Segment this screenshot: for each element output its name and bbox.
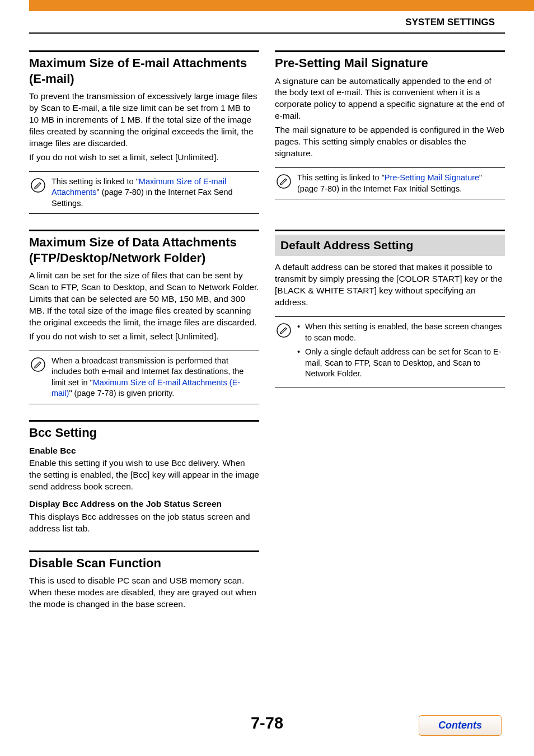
section-disable-scan: Disable Scan Function This is used to di…	[29, 550, 259, 610]
pencil-circle-icon	[276, 323, 292, 338]
note-text: When a broadcast transmission is perform…	[51, 356, 257, 399]
right-column: Pre-Setting Mail Signature A signature c…	[275, 50, 505, 626]
body-text: The mail signature to be appended is con…	[275, 124, 505, 160]
note-box: When this setting is enabled, the base s…	[275, 316, 505, 388]
note-text-b: " (page 7-78) is given priority.	[69, 389, 174, 398]
section-presetting-signature: Pre-Setting Mail Signature A signature c…	[275, 50, 505, 199]
section-bcc: Bcc Setting Enable Bcc Enable this setti…	[29, 420, 259, 535]
note-text-a: This setting is linked to "	[51, 177, 139, 186]
section-max-data: Maximum Size of Data Attachments (FTP/De…	[29, 230, 259, 404]
section-rule	[29, 50, 259, 52]
section-rule	[275, 50, 505, 52]
note-box: When a broadcast transmission is perform…	[29, 351, 259, 404]
heading-max-email: Maximum Size of E-mail Attachments (E-ma…	[29, 55, 259, 86]
heading-bcc: Bcc Setting	[29, 425, 259, 441]
list-item: When this setting is enabled, the base s…	[297, 321, 503, 343]
section-rule	[29, 230, 259, 231]
note-box: This setting is linked to "Maximum Size …	[29, 171, 259, 214]
body-text: A signature can be automatically appende…	[275, 76, 505, 123]
section-default-address: Default Address Setting A default addres…	[275, 230, 505, 388]
body-text: Enable this setting if you wish to use B…	[29, 458, 259, 493]
pencil-circle-icon	[30, 178, 46, 193]
note-text-a: This setting is linked to "	[297, 173, 385, 182]
pencil-circle-icon	[276, 174, 292, 189]
svg-point-1	[31, 358, 45, 371]
header-rule	[29, 32, 505, 34]
note-text: This setting is linked to "Pre-Setting M…	[297, 172, 503, 194]
svg-point-3	[277, 324, 291, 337]
body-text: If you do not wish to set a limit, selec…	[29, 152, 259, 164]
body-text: This is used to disable PC scan and USB …	[29, 575, 259, 610]
svg-point-0	[31, 179, 45, 192]
heading-default-address: Default Address Setting	[275, 235, 505, 256]
subheading-enable-bcc: Enable Bcc	[29, 445, 259, 457]
contents-button[interactable]: Contents	[419, 715, 502, 736]
content-columns: Maximum Size of E-mail Attachments (E-ma…	[0, 50, 534, 626]
section-rule	[275, 230, 505, 231]
body-text: A limit can be set for the size of files…	[29, 270, 259, 329]
section-rule	[29, 550, 259, 552]
heading-max-data: Maximum Size of Data Attachments (FTP/De…	[29, 235, 259, 265]
svg-point-2	[277, 175, 291, 188]
list-item: Only a single default address can be set…	[297, 347, 503, 380]
section-rule	[29, 420, 259, 422]
pencil-circle-icon	[30, 357, 46, 372]
header-title: SYSTEM SETTINGS	[0, 11, 534, 32]
note-box: This setting is linked to "Pre-Setting M…	[275, 167, 505, 199]
body-text: To prevent the transmission of excessive…	[29, 91, 259, 150]
body-text: A default address can be stored that mak…	[275, 262, 505, 309]
note-list: When this setting is enabled, the base s…	[297, 321, 503, 383]
left-column: Maximum Size of E-mail Attachments (E-ma…	[29, 50, 259, 626]
body-text: This displays Bcc addresses on the job s…	[29, 511, 259, 535]
body-text: If you do not wish to set a limit, selec…	[29, 331, 259, 343]
subheading-display-bcc: Display Bcc Address on the Job Status Sc…	[29, 498, 259, 510]
heading-presetting-signature: Pre-Setting Mail Signature	[275, 55, 505, 71]
section-max-email: Maximum Size of E-mail Attachments (E-ma…	[29, 50, 259, 214]
heading-disable-scan: Disable Scan Function	[29, 556, 259, 571]
top-orange-bar	[29, 0, 534, 11]
note-link[interactable]: Pre-Setting Mail Signature	[385, 173, 479, 182]
note-text: This setting is linked to "Maximum Size …	[51, 176, 257, 209]
